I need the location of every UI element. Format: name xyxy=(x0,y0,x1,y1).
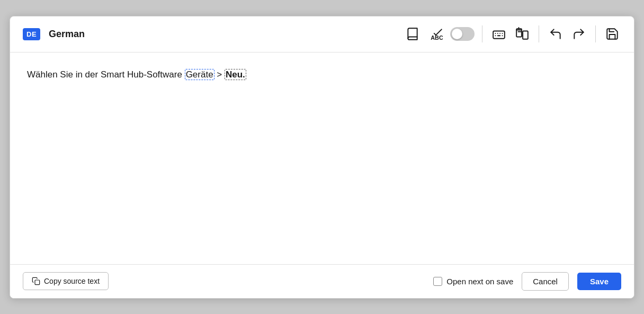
editor-header: DE German ABC xyxy=(10,16,634,53)
text-before: Wählen Sie in der Smart Hub-Software xyxy=(27,69,185,80)
toggle-switch[interactable] xyxy=(450,27,475,41)
footer-right: Open next on save Cancel Save xyxy=(433,272,621,291)
divider-3 xyxy=(595,25,596,42)
toolbar: ABC xyxy=(404,25,621,43)
editor-content[interactable]: Wählen Sie in der Smart Hub-Software Ger… xyxy=(10,53,634,265)
editor-footer: Copy source text Open next on save Cance… xyxy=(10,265,634,298)
term-geraete: Geräte xyxy=(185,69,214,80)
cancel-button[interactable]: Cancel xyxy=(522,272,569,291)
book-icon[interactable] xyxy=(404,25,422,43)
save-button[interactable]: Save xyxy=(577,273,621,290)
svg-rect-1 xyxy=(493,31,505,39)
content-text: Wählen Sie in der Smart Hub-Software Ger… xyxy=(27,69,246,80)
text-separator: > xyxy=(214,69,225,80)
svg-rect-11 xyxy=(35,280,40,285)
save-file-icon[interactable] xyxy=(603,25,621,43)
copy-source-label: Copy source text xyxy=(44,277,100,285)
editor-panel: DE German ABC xyxy=(10,16,634,299)
svg-rect-10 xyxy=(523,31,528,39)
redo-icon[interactable] xyxy=(570,25,588,43)
undo-icon[interactable] xyxy=(547,25,565,43)
language-badge: DE xyxy=(23,28,40,40)
keyboard-icon[interactable] xyxy=(490,25,508,43)
divider-2 xyxy=(539,25,539,42)
open-next-checkbox[interactable] xyxy=(433,277,442,286)
spellcheck-icon[interactable]: ABC xyxy=(427,25,445,43)
term-neu: Neu. xyxy=(225,69,246,80)
copy-source-button[interactable]: Copy source text xyxy=(23,272,109,290)
language-label: German xyxy=(49,29,85,40)
translate-icon[interactable] xyxy=(513,25,531,43)
copy-icon xyxy=(32,277,40,285)
svg-text:ABC: ABC xyxy=(431,34,443,41)
open-next-label[interactable]: Open next on save xyxy=(433,277,513,286)
open-next-text: Open next on save xyxy=(446,277,513,286)
divider-1 xyxy=(482,25,482,42)
